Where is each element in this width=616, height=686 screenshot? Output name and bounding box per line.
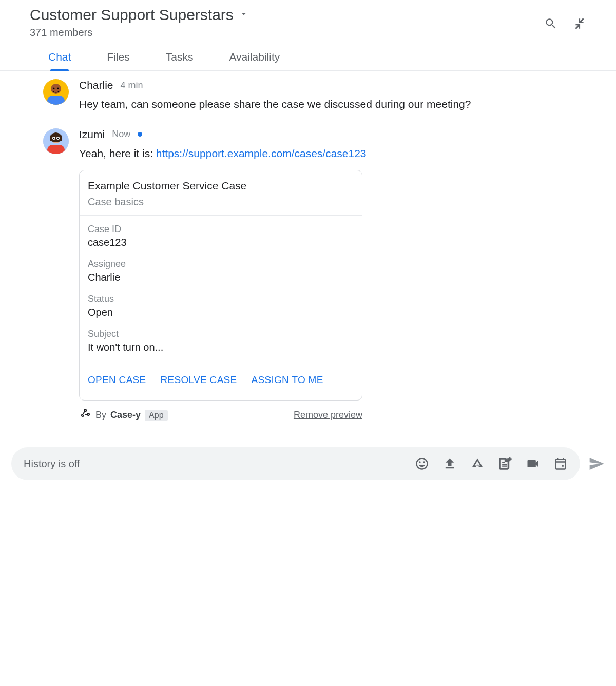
emoji-icon[interactable] [415, 456, 429, 471]
field-label: Assignee [88, 259, 354, 270]
tab-chat[interactable]: Chat [48, 51, 71, 70]
svg-rect-2 [47, 96, 65, 105]
message-author: Charlie [79, 79, 113, 91]
message-text-prefix: Yeah, here it is: [79, 147, 156, 159]
svg-point-9 [53, 137, 55, 139]
collapse-icon[interactable] [573, 17, 586, 32]
svg-rect-11 [47, 145, 65, 154]
message-timestamp: 4 min [121, 80, 143, 91]
card-subtitle: Case basics [88, 196, 354, 208]
remove-preview-link[interactable]: Remove preview [294, 410, 362, 421]
webhook-icon [79, 408, 91, 423]
message: Izumi Now Yeah, here it is: https://supp… [43, 128, 586, 423]
tab-files[interactable]: Files [107, 51, 129, 70]
message-composer[interactable]: History is off [11, 447, 580, 480]
message-author: Izumi [79, 128, 105, 141]
field-value: case123 [88, 237, 354, 249]
composer-placeholder: History is off [24, 458, 401, 470]
message-text: Yeah, here it is: https://support.exampl… [79, 145, 586, 162]
field-label: Case ID [88, 224, 354, 235]
svg-point-10 [57, 137, 59, 139]
card-title: Example Customer Service Case [88, 180, 354, 192]
avatar [43, 79, 69, 105]
message-text: Hey team, can someone please share the c… [79, 96, 586, 113]
message-link[interactable]: https://support.example.com/cases/case12… [156, 147, 367, 159]
send-icon[interactable] [588, 455, 605, 472]
member-count: 371 members [30, 27, 249, 39]
by-prefix: By [95, 410, 106, 421]
field-value: Charlie [88, 272, 354, 283]
assign-to-me-button[interactable]: ASSIGN TO ME [252, 374, 323, 386]
video-icon[interactable] [526, 456, 540, 471]
calendar-icon[interactable] [553, 456, 568, 471]
open-case-button[interactable]: OPEN CASE [88, 374, 146, 386]
bot-name: Case-y [110, 410, 141, 421]
svg-point-4 [57, 88, 59, 89]
link-preview-card: Example Customer Service Case Case basic… [79, 170, 362, 401]
svg-point-3 [53, 88, 55, 89]
drive-icon[interactable] [470, 456, 485, 471]
field-value: Open [88, 307, 354, 318]
new-doc-icon[interactable] [498, 456, 512, 471]
field-label: Status [88, 294, 354, 304]
avatar [43, 128, 69, 154]
now-indicator-dot [138, 132, 142, 137]
tab-availability[interactable]: Availability [229, 51, 280, 70]
chevron-down-icon[interactable] [239, 9, 249, 21]
upload-icon[interactable] [442, 456, 457, 471]
field-value: It won't turn on... [88, 341, 354, 353]
tab-tasks[interactable]: Tasks [166, 51, 194, 70]
message: Charlie 4 min Hey team, can someone plea… [43, 79, 586, 113]
field-label: Subject [88, 329, 354, 339]
app-badge: App [145, 410, 167, 421]
resolve-case-button[interactable]: RESOLVE CASE [161, 374, 237, 386]
message-timestamp: Now [112, 129, 130, 140]
search-icon[interactable] [544, 17, 557, 32]
room-title: Customer Support Superstars [30, 6, 234, 24]
